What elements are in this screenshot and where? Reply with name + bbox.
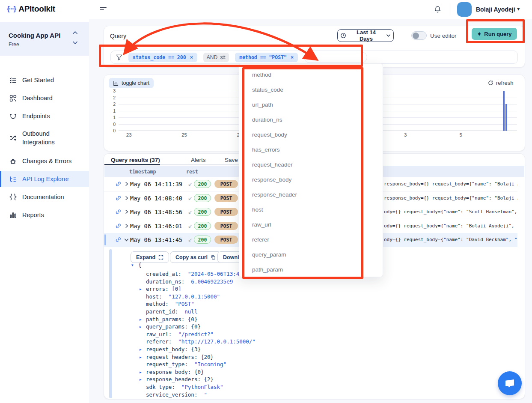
json-expand-icon[interactable]: ▸: [140, 355, 142, 359]
log-tree-icon: [9, 176, 17, 183]
method-badge: POST: [214, 222, 238, 230]
sidebar-item-get-started[interactable]: Get Started: [0, 72, 89, 88]
sidebar-item-reports[interactable]: Reports: [0, 207, 89, 223]
json-entry: raw_url: "/predict?": [146, 331, 214, 337]
filter-chip-method[interactable]: method == "POST" ×: [235, 53, 298, 62]
menu-toggle-icon[interactable]: [100, 7, 107, 12]
time-range-button[interactable]: Last 14 Days: [337, 29, 394, 42]
bar-chart-icon: [9, 212, 17, 219]
json-entry: referer: "http://127.0.0.1:5000/": [146, 338, 256, 345]
filter-chip-status-code[interactable]: status_code == 200 ×: [128, 53, 197, 62]
json-collapse-icon[interactable]: ▾: [131, 263, 134, 267]
toggle-knob: [413, 33, 419, 39]
dropdown-item-host[interactable]: host: [239, 202, 383, 217]
filter-bar: status_code == 200 × AND method == "POST…: [110, 51, 518, 64]
expand-row-icon[interactable]: [124, 224, 129, 229]
dropdown-item-status-code[interactable]: status_code: [239, 82, 383, 97]
filter-funnel-icon[interactable]: [116, 54, 122, 60]
json-value: "PythonFlask": [181, 384, 223, 390]
active-tab-underline: [104, 164, 160, 165]
project-selector[interactable]: Cooking App API Free: [0, 22, 89, 56]
dropdown-item-request-header[interactable]: request_header: [239, 157, 383, 172]
user-menu-caret-icon[interactable]: ▾: [517, 6, 520, 12]
filter-operator-chip[interactable]: AND: [203, 53, 229, 62]
row-timestamp: May 06 13:41:45: [130, 236, 182, 243]
user-name[interactable]: Bolaji Ayodeji: [476, 6, 515, 13]
x-axis-tick-label: 3: [404, 132, 407, 137]
sidebar-item-api-log-explorer[interactable]: API Log Explorer: [0, 171, 89, 187]
user-avatar[interactable]: [457, 2, 472, 17]
chart-bar[interactable]: [503, 91, 505, 131]
sidebar-item-label: API Log Explorer: [22, 176, 69, 182]
json-root-brace: {: [138, 262, 142, 268]
json-expand-icon[interactable]: ▸: [140, 377, 142, 382]
query-panel-title: Query: [110, 33, 126, 39]
chevron-up-icon[interactable]: [72, 31, 78, 35]
detail-copy-as-curl-button[interactable]: Copy as curl: [170, 251, 221, 263]
chat-widget-button[interactable]: [498, 371, 522, 395]
tab-alerts[interactable]: Alerts: [191, 157, 206, 163]
sidebar-item-endpoints[interactable]: Endpoints: [0, 108, 89, 124]
dropdown-item-query-param[interactable]: query_param: [239, 247, 383, 262]
json-expand-icon[interactable]: ▸: [140, 287, 142, 291]
chevron-down-icon[interactable]: [72, 41, 78, 45]
expand-row-icon[interactable]: [124, 196, 129, 201]
expand-row-icon[interactable]: [124, 182, 129, 187]
link-icon[interactable]: [115, 223, 122, 229]
dropdown-item-response-body[interactable]: response_body: [239, 172, 383, 187]
chart-bar[interactable]: [505, 104, 507, 131]
row-summary: response_body={} request_body={"name": "…: [384, 195, 517, 201]
sidebar-item-dashboard[interactable]: Dashboard: [0, 90, 89, 106]
topbar: Bolaji Ayodeji ▾: [89, 0, 532, 19]
toggle-chart-button[interactable]: toggle chart: [109, 78, 154, 88]
dropdown-item-has-errors[interactable]: has_errors: [239, 142, 383, 157]
dropdown-item-method[interactable]: method: [239, 67, 383, 82]
braces-icon: [9, 194, 17, 201]
json-value: ": [204, 391, 207, 398]
refresh-button[interactable]: refresh: [488, 80, 513, 86]
sidebar-item-documentation[interactable]: Documentation: [0, 189, 89, 205]
json-value: "127.0.0.1:5000": [169, 293, 220, 300]
tab-query-results[interactable]: Query results (37): [111, 157, 160, 163]
remove-filter-icon[interactable]: ×: [291, 54, 294, 60]
json-expand-icon[interactable]: ▸: [140, 325, 142, 329]
dropdown-item-referer[interactable]: referer: [239, 232, 383, 247]
link-icon[interactable]: [115, 195, 122, 201]
run-query-button[interactable]: ✦ Run query: [472, 28, 517, 40]
filter-input[interactable]: [304, 52, 367, 63]
detail-scrollbar[interactable]: [109, 249, 112, 398]
json-entry: host: "127.0.0.1:5000": [146, 293, 220, 300]
json-entry: errors: [0]: [146, 286, 181, 292]
link-icon[interactable]: [115, 236, 122, 243]
use-editor-toggle[interactable]: [411, 31, 427, 40]
detail-expand-button[interactable]: Expand: [131, 251, 169, 263]
dropdown-item-duration-ns[interactable]: duration_ns: [239, 112, 383, 127]
status-code-badge: 200: [194, 236, 211, 244]
incoming-arrow-icon: ↙: [188, 181, 192, 187]
link-icon[interactable]: [115, 181, 122, 187]
dropdown-item-request-body[interactable]: request_body: [239, 127, 383, 142]
x-axis-tick-label: 23: [126, 132, 132, 137]
y-axis-tick-label: 0: [104, 122, 116, 127]
sidebar-item-changes-errors[interactable]: Changes & Errors: [0, 153, 89, 169]
notifications-bell-icon[interactable]: [434, 6, 441, 13]
json-expand-icon[interactable]: ▸: [140, 347, 142, 352]
dropdown-item-raw-url[interactable]: raw_url: [239, 217, 383, 232]
y-axis-tick-label: 1: [104, 115, 116, 120]
json-entry: parent_id: null: [146, 308, 197, 315]
dropdown-item-path-param[interactable]: path_param: [239, 262, 383, 277]
remove-filter-icon[interactable]: ×: [190, 54, 193, 60]
chart-lines-icon: [113, 81, 119, 86]
expand-row-icon[interactable]: [124, 209, 129, 215]
api-log-explorer-page: {···} APItoolkit Cooking App API Free Ge…: [0, 0, 532, 403]
dropdown-item-url-path[interactable]: url_path: [239, 97, 383, 112]
link-icon[interactable]: [115, 209, 122, 215]
refresh-label: refresh: [496, 80, 513, 86]
json-expand-icon[interactable]: ▸: [140, 370, 142, 374]
collapse-row-icon[interactable]: [124, 237, 129, 242]
status-code-badge: 200: [194, 180, 211, 188]
sidebar-item-outbound-integrations[interactable]: Outbound Integrations: [0, 126, 89, 150]
json-expand-icon[interactable]: ▸: [140, 317, 142, 322]
dropdown-item-response-header[interactable]: response_header: [239, 187, 383, 202]
logo[interactable]: {···} APItoolkit: [7, 4, 55, 14]
